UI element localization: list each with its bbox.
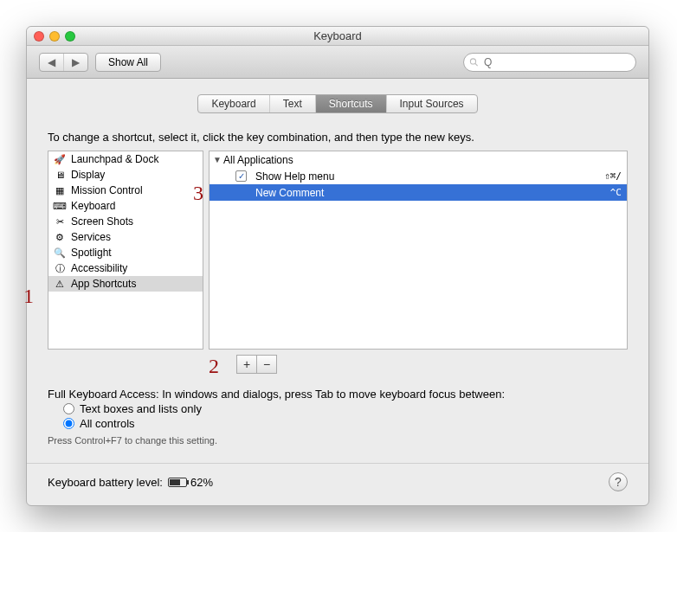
fka-option-2[interactable]: All controls	[63, 417, 628, 430]
battery-indicator: 62%	[168, 476, 213, 489]
category-list[interactable]: 🚀Launchpad & Dock 🖥Display ▦Mission Cont…	[48, 151, 203, 350]
category-label: Display	[71, 169, 105, 181]
disclosure-icon[interactable]: ▼	[213, 155, 222, 164]
category-label: Spotlight	[71, 247, 112, 259]
fka-option-1[interactable]: Text boxes and lists only	[63, 402, 628, 415]
launchpad-icon: 🚀	[54, 153, 66, 165]
panels: 🚀Launchpad & Dock 🖥Display ▦Mission Cont…	[48, 151, 628, 350]
app-shortcuts-icon: ⚠	[54, 278, 66, 290]
display-icon: 🖥	[54, 169, 66, 181]
shortcut-label: New Comment	[247, 187, 610, 199]
show-all-button[interactable]: Show All	[95, 53, 161, 72]
category-label: Screen Shots	[71, 215, 133, 228]
accessibility-icon: ⓘ	[54, 262, 66, 274]
forward-button[interactable]: ▶	[64, 54, 87, 71]
category-label: Launchpad & Dock	[71, 153, 158, 165]
battery-icon	[168, 478, 187, 487]
category-label: Mission Control	[71, 184, 143, 196]
annotation-number: 2	[209, 355, 219, 378]
shortcut-label: Show Help menu	[247, 170, 604, 183]
help-button[interactable]: ?	[609, 472, 628, 491]
tab-input-sources[interactable]: Input Sources	[387, 95, 477, 112]
category-label: Accessibility	[71, 262, 127, 274]
category-label: Keyboard	[71, 200, 115, 212]
back-button[interactable]: ◀	[40, 54, 64, 71]
spotlight-icon: 🔍	[54, 247, 66, 259]
search-icon	[469, 57, 479, 67]
screenshots-icon: ✂	[54, 215, 66, 228]
add-shortcut-button[interactable]: +	[236, 355, 257, 374]
battery-label: Keyboard battery level:	[48, 476, 163, 489]
tab-keyboard[interactable]: Keyboard	[198, 95, 269, 112]
instructions-text: To change a shortcut, select it, click t…	[48, 131, 628, 144]
shortcut-list[interactable]: ▼ All Applications ✓ Show Help menu ⇧⌘/ …	[209, 151, 628, 350]
window-title: Keyboard	[27, 29, 648, 42]
svg-line-1	[475, 63, 478, 66]
category-label: App Shortcuts	[71, 278, 136, 290]
shortcut-row-selected[interactable]: New Comment ^C	[210, 184, 627, 201]
mission-control-icon: ▦	[54, 184, 66, 196]
radio-label: All controls	[80, 417, 135, 430]
category-screenshots[interactable]: ✂Screen Shots	[48, 214, 203, 229]
services-icon: ⚙	[54, 231, 66, 243]
svg-point-0	[470, 58, 475, 63]
fka-text: Full Keyboard Access: In windows and dia…	[48, 388, 628, 401]
radio-all-controls[interactable]	[63, 418, 74, 429]
category-accessibility[interactable]: ⓘAccessibility	[48, 260, 203, 276]
nav-buttons: ◀ ▶	[39, 53, 88, 72]
keyboard-icon: ⌨	[54, 200, 66, 212]
category-services[interactable]: ⚙Services	[48, 229, 203, 245]
category-spotlight[interactable]: 🔍Spotlight	[48, 245, 203, 260]
shortcut-group-row[interactable]: ▼ All Applications	[210, 151, 627, 168]
annotation-number: 1	[23, 285, 34, 308]
category-mission-control[interactable]: ▦Mission Control	[48, 183, 203, 198]
category-keyboard[interactable]: ⌨Keyboard	[48, 198, 203, 214]
shortcut-keys[interactable]: ⇧⌘/	[604, 170, 622, 182]
tab-text[interactable]: Text	[270, 95, 316, 112]
shortcut-row[interactable]: ✓ Show Help menu ⇧⌘/	[210, 168, 627, 184]
group-label: All Applications	[222, 154, 622, 166]
shortcut-checkbox[interactable]: ✓	[235, 170, 247, 182]
search-input[interactable]	[482, 55, 630, 69]
preferences-window: Keyboard ◀ ▶ Show All Keyboard Text Shor…	[26, 26, 649, 506]
tab-shortcuts[interactable]: Shortcuts	[316, 95, 387, 112]
tab-bar: Keyboard Text Shortcuts Input Sources	[48, 94, 628, 113]
remove-shortcut-button[interactable]: −	[256, 355, 277, 374]
toolbar: ◀ ▶ Show All	[27, 46, 648, 79]
search-field[interactable]	[463, 53, 636, 72]
category-app-shortcuts[interactable]: ⚠App Shortcuts	[48, 276, 203, 292]
content: Keyboard Text Shortcuts Input Sources To…	[27, 79, 648, 463]
category-label: Services	[71, 231, 111, 243]
radio-text-boxes[interactable]	[63, 403, 74, 414]
category-launchpad[interactable]: 🚀Launchpad & Dock	[48, 151, 203, 167]
add-remove-buttons: + −	[236, 355, 628, 374]
battery-percent: 62%	[190, 476, 213, 489]
category-display[interactable]: 🖥Display	[48, 167, 203, 183]
titlebar: Keyboard	[27, 27, 648, 46]
radio-label: Text boxes and lists only	[80, 402, 202, 415]
fka-hint: Press Control+F7 to change this setting.	[48, 435, 628, 446]
footer: Keyboard battery level: 62% ?	[27, 463, 648, 505]
shortcut-keys[interactable]: ^C	[610, 187, 622, 198]
